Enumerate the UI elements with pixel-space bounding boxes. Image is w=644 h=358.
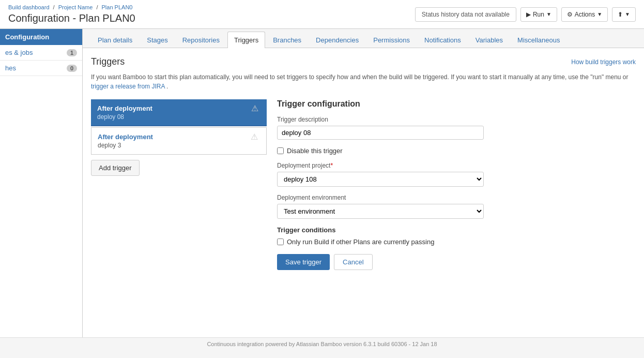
trigger-item-sub-1: deploy 3 (98, 142, 153, 149)
breadcrumb-sep-2: / (96, 4, 98, 10)
upload-icon: ⬆ (618, 11, 623, 18)
trigger-item-name-0: After deployment (97, 105, 152, 112)
sidebar: Configuration es & jobs 1 hes 0 (0, 29, 83, 337)
deployment-env-group: Deployment environment Test environment … (277, 194, 625, 219)
sidebar-section-header: Configuration (0, 29, 82, 45)
page-title: Configuration - Plan PLAN0 (8, 12, 135, 24)
breadcrumb-plan[interactable]: Plan PLAN0 (102, 4, 133, 10)
main-layout: Configuration es & jobs 1 hes 0 Plan det… (0, 29, 644, 337)
save-trigger-button[interactable]: Save trigger (277, 254, 330, 270)
triggers-content: Triggers How build triggers work If you … (83, 48, 644, 278)
deployment-project-label: Deployment project* (277, 162, 625, 169)
tab-dependencies[interactable]: Dependencies (309, 32, 365, 48)
tab-stages[interactable]: Stages (140, 32, 174, 48)
upload-button[interactable]: ⬆ ▼ (612, 7, 636, 22)
breadcrumb-build-dashboard[interactable]: Build dashboard (8, 4, 50, 10)
tab-notifications[interactable]: Notifications (418, 32, 468, 48)
header-right: Status history data not available ▶ Run … (415, 7, 636, 22)
config-title: Trigger configuration (277, 99, 625, 109)
trigger-config-panel: Trigger configuration Trigger descriptio… (267, 99, 636, 270)
actions-label: Actions (575, 11, 595, 18)
footer-text: Continuous integration powered by Atlass… (207, 341, 437, 347)
description-field-group: Trigger description (277, 116, 625, 140)
deployment-env-select[interactable]: Test environment Production (277, 204, 484, 219)
disable-trigger-group: Disable this trigger (277, 147, 625, 155)
tab-branches[interactable]: Branches (266, 32, 308, 48)
trigger-item-0[interactable]: After deployment deploy 08 ⚠ (91, 99, 267, 126)
description-input[interactable] (277, 126, 484, 140)
actions-chevron-icon: ▼ (597, 11, 602, 17)
tabs: Plan details Stages Repositories Trigger… (83, 29, 644, 48)
remove-trigger-0-button[interactable]: ⚠ (249, 105, 260, 113)
tab-variables[interactable]: Variables (469, 32, 510, 48)
description-label: Trigger description (277, 116, 625, 123)
deployment-project-group: Deployment project* deploy 108 deploy 3 (277, 162, 625, 187)
triggers-layout: After deployment deploy 08 ⚠ After deplo… (91, 99, 636, 270)
jira-link[interactable]: trigger a release from JIRA (91, 83, 165, 90)
sidebar-item-label-branches: hes (5, 64, 16, 72)
tab-plan-details[interactable]: Plan details (91, 32, 139, 48)
sidebar-badge-jobs: 1 (67, 49, 77, 56)
footer: Continuous integration powered by Atlass… (0, 337, 644, 352)
tab-triggers[interactable]: Triggers (227, 32, 265, 48)
sidebar-badge-branches: 0 (67, 65, 77, 72)
run-label: Run (533, 11, 544, 18)
breadcrumb-project-name[interactable]: Project Name (58, 4, 93, 10)
deployment-project-select[interactable]: deploy 108 deploy 3 (277, 172, 484, 187)
tab-permissions[interactable]: Permissions (366, 32, 417, 48)
content: Plan details Stages Repositories Trigger… (83, 29, 644, 337)
disable-trigger-checkbox[interactable] (277, 147, 284, 154)
action-buttons: Save trigger Cancel (277, 254, 625, 270)
breadcrumb: Build dashboard / Project Name / Plan PL… (8, 4, 135, 10)
help-link[interactable]: How build triggers work (571, 58, 636, 66)
triggers-description: If you want Bamboo to start this plan au… (91, 72, 636, 91)
trigger-list-panel: After deployment deploy 08 ⚠ After deplo… (91, 99, 267, 270)
trigger-item-name-1: After deployment (98, 133, 153, 141)
trigger-item-sub-0: deploy 08 (97, 113, 152, 121)
header-left: Build dashboard / Project Name / Plan PL… (8, 4, 135, 24)
run-chevron-icon: ▼ (546, 11, 551, 17)
triggers-title: Triggers (91, 56, 125, 67)
triggers-header: Triggers How build triggers work (91, 56, 636, 67)
cancel-button[interactable]: Cancel (334, 254, 372, 270)
header: Build dashboard / Project Name / Plan PL… (0, 0, 644, 29)
tab-miscellaneous[interactable]: Miscellaneous (511, 32, 566, 48)
tab-repositories[interactable]: Repositories (176, 32, 226, 48)
sidebar-item-label-jobs: es & jobs (5, 49, 33, 56)
sidebar-item-branches[interactable]: hes 0 (0, 61, 82, 76)
add-trigger-button[interactable]: Add trigger (91, 160, 140, 176)
actions-button[interactable]: ⚙ Actions ▼ (561, 7, 608, 22)
upload-chevron-icon: ▼ (625, 11, 630, 17)
only-passing-group: Only run Build if other Plans are curren… (277, 238, 625, 246)
run-icon: ▶ (526, 11, 531, 18)
only-passing-label[interactable]: Only run Build if other Plans are curren… (287, 238, 434, 246)
trigger-item-1[interactable]: After deployment deploy 3 ⚠ (91, 127, 267, 155)
run-button[interactable]: ▶ Run ▼ (520, 7, 557, 22)
required-mark: * (330, 162, 333, 169)
sidebar-item-stages-jobs[interactable]: es & jobs 1 (0, 45, 82, 61)
status-history-button[interactable]: Status history data not available (415, 7, 516, 22)
conditions-title: Trigger conditions (277, 226, 625, 234)
remove-trigger-1-button[interactable]: ⚠ (249, 133, 260, 141)
gear-icon: ⚙ (567, 11, 573, 18)
deployment-env-label: Deployment environment (277, 194, 625, 201)
breadcrumb-sep-1: / (53, 4, 55, 10)
only-passing-checkbox[interactable] (277, 238, 284, 245)
disable-trigger-label[interactable]: Disable this trigger (287, 147, 343, 155)
